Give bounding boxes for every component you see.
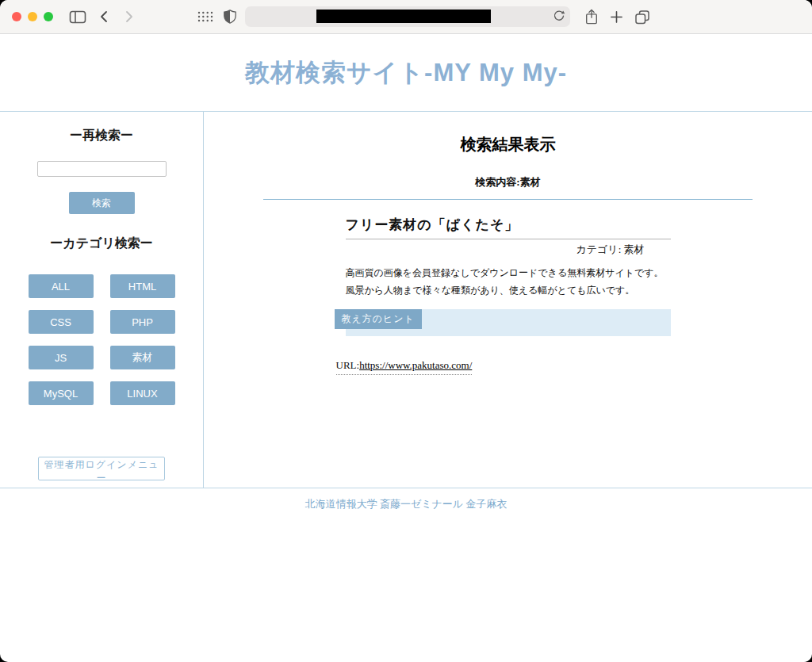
search-input[interactable] [37,161,167,177]
category-button-css[interactable]: CSS [29,310,94,334]
result-url-link[interactable]: https://www.pakutaso.com/ [359,359,472,371]
address-bar[interactable] [245,6,570,27]
category-button-linux[interactable]: LINUX [110,381,175,405]
sidebar-toggle-icon[interactable] [69,10,86,25]
search-button[interactable]: 検索 [69,192,135,214]
back-icon[interactable] [98,10,112,24]
results-divider [263,199,753,200]
results-heading: 検索結果表示 [204,134,812,155]
browser-window: 教材検索サイト-MY My My- ー再検索ー 検索 ーカテゴリ検索ー ALL … [0,0,812,662]
sidebar: ー再検索ー 検索 ーカテゴリ検索ー ALL HTML CSS PHP JS 素材… [0,112,204,488]
reload-icon[interactable] [553,9,565,23]
traffic-lights [12,12,53,21]
minimize-button[interactable] [28,12,37,21]
content-area: ー再検索ー 検索 ーカテゴリ検索ー ALL HTML CSS PHP JS 素材… [0,112,812,488]
forward-icon[interactable] [121,10,136,24]
url-label: URL: [336,359,360,371]
hint-section: 教え方のヒント なし [346,309,671,336]
category-heading: ーカテゴリ検索ー [0,235,203,252]
research-heading: ー再検索ー [0,128,203,144]
admin-login-button[interactable]: 管理者用ログインメニュー [38,457,165,480]
browser-toolbar [0,0,812,34]
site-header: 教材検索サイト-MY My My- [0,34,812,112]
close-button[interactable] [12,12,21,21]
category-button-sozai[interactable]: 素材 [110,346,175,369]
url-redaction [316,10,491,23]
category-button-mysql[interactable]: MySQL [29,381,94,405]
footer-text: 北海道情報大学 斎藤一ゼミナール 金子麻衣 [305,498,508,510]
result-item: フリー素材の「ぱくたそ」 カテゴリ: 素材 高画質の画像を会員登録なしでダウンロ… [346,216,671,375]
hint-label: 教え方のヒント [335,309,422,329]
zoom-button[interactable] [44,12,53,21]
site-footer: 北海道情報大学 斎藤一ゼミナール 金子麻衣 [0,497,812,511]
result-description: 高画質の画像を会員登録なしでダウンロードできる無料素材サイトです。 風景から人物… [346,265,671,299]
result-title: フリー素材の「ぱくたそ」 [346,216,671,239]
url-line: URL:https://www.pakutaso.com/ [346,358,671,375]
results-panel: 検索結果表示 検索内容:素材 フリー素材の「ぱくたそ」 カテゴリ: 素材 高画質… [204,112,812,488]
grid-icon[interactable] [197,11,213,22]
query-line: 検索内容:素材 [204,175,812,189]
new-tab-plus-icon[interactable] [610,10,623,24]
category-button-php[interactable]: PHP [110,310,175,334]
tab-overview-icon[interactable] [634,10,650,25]
category-button-js[interactable]: JS [29,346,94,369]
category-grid: ALL HTML CSS PHP JS 素材 MySQL LINUX [0,274,203,405]
privacy-shield-icon[interactable] [223,9,237,25]
page-title: 教材検索サイト-MY My My- [245,56,567,90]
share-icon[interactable] [584,8,599,25]
result-category: カテゴリ: 素材 [346,243,671,257]
category-button-html[interactable]: HTML [110,274,175,298]
category-button-all[interactable]: ALL [29,274,94,298]
